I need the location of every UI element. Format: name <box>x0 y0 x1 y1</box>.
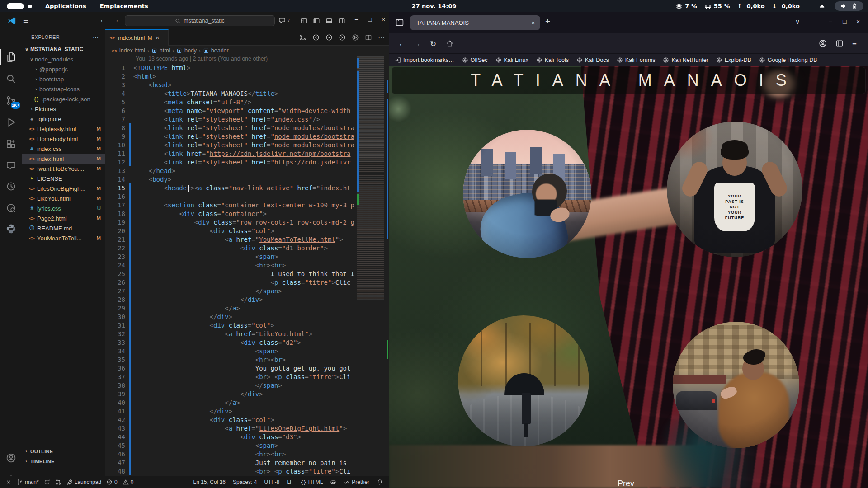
code-line[interactable]: 10 <link rel="stylesheet" href="node_mod… <box>105 141 389 149</box>
code-line[interactable]: 37 <br> <p class="titre">Cli <box>105 372 389 381</box>
forward-icon[interactable]: → <box>413 39 421 48</box>
search-view-icon[interactable] <box>6 74 16 84</box>
code-editor[interactable]: 1<!DOCTYPE html>2<html>3 <head>4 <title>… <box>105 63 389 476</box>
new-tab-button[interactable]: + <box>545 17 550 27</box>
bookmark-item[interactable]: Import bookmarks… <box>395 57 454 63</box>
eject-icon[interactable] <box>819 3 826 9</box>
prettier-status[interactable]: Prettier <box>344 479 369 485</box>
battery-icon[interactable] <box>851 3 858 9</box>
nav-forward-circle-icon[interactable] <box>339 34 346 41</box>
status-item[interactable]: LF <box>287 479 293 485</box>
code-line[interactable]: 22 <div class="d1 border"> <box>105 244 389 252</box>
tab-close-icon[interactable]: × <box>531 19 540 26</box>
timeline-view-icon[interactable] <box>6 181 16 192</box>
file-tree-item[interactable]: <>index.htmlM <box>22 154 105 164</box>
history-back-icon[interactable]: ← <box>99 16 107 24</box>
code-line[interactable]: 16 <box>105 192 389 201</box>
bookmark-item[interactable]: Exploit-DB <box>716 57 751 63</box>
extensions-view-icon[interactable] <box>6 139 16 149</box>
file-tree-item[interactable]: #lyrics.cssU <box>22 203 105 213</box>
menu-places[interactable]: Emplacements <box>100 3 148 9</box>
bookmark-item[interactable]: Kali Forums <box>617 57 656 63</box>
run-debug-view-icon[interactable] <box>6 117 16 127</box>
pr-status[interactable] <box>55 479 61 485</box>
gitlens-blame[interactable]: You, 13 seconds ago | 2 authors (You and… <box>136 56 268 63</box>
code-line[interactable]: 17 <section class="container text-center… <box>105 201 389 209</box>
warning-status[interactable]: 0 <box>123 479 134 485</box>
bookmark-item[interactable]: OffSec <box>462 57 488 63</box>
history-forward-icon[interactable]: → <box>112 16 119 24</box>
code-line[interactable]: 31 <div class="col"> <box>105 321 389 329</box>
code-line[interactable]: 43 <a href="LifesOneBigFight.html"> <box>105 424 389 432</box>
file-tree-item[interactable]: <>Helplessly.htmlM <box>22 124 105 134</box>
bookmark-item[interactable]: Kali Linux <box>495 57 528 63</box>
code-line[interactable]: 29 </a> <box>105 304 389 312</box>
minimize-button[interactable]: − <box>829 18 832 25</box>
status-item[interactable]: UTF-8 <box>264 479 279 485</box>
code-line[interactable]: 25 I used to think that I <box>105 269 389 278</box>
code-line[interactable]: 39 </div> <box>105 389 389 398</box>
bookmark-item[interactable]: Kali NetHunter <box>663 57 708 63</box>
code-line[interactable]: 5 <meta charset="utf-8"/> <box>105 98 389 106</box>
code-line[interactable]: 35 <hr><br> <box>105 355 389 364</box>
code-line[interactable]: 15 <header><a class="nav-link active" hr… <box>105 183 389 192</box>
file-tree-item[interactable]: ⚑LICENSE <box>22 174 105 183</box>
code-line[interactable]: 3 <head> <box>105 80 389 89</box>
remote-explorer-view-icon[interactable] <box>6 203 16 213</box>
timeline-section[interactable]: › TIMELINE <box>22 456 105 466</box>
file-tree-item[interactable]: ›Pictures <box>22 104 105 114</box>
maximize-button[interactable]: □ <box>843 18 846 25</box>
code-line[interactable]: 23 <span> <box>105 252 389 261</box>
bookmark-item[interactable]: Kali Tools <box>536 57 569 63</box>
sidebar-icon[interactable] <box>835 39 844 47</box>
code-line[interactable]: 20 <div class="col"> <box>105 226 389 235</box>
code-line[interactable]: 38 </span> <box>105 381 389 389</box>
remote-status[interactable] <box>5 479 12 485</box>
outline-section[interactable]: › OUTLINE <box>22 446 105 456</box>
bell-status[interactable] <box>377 479 383 485</box>
workspace-dot[interactable] <box>28 5 32 8</box>
menu-applications[interactable]: Applications <box>45 3 86 9</box>
code-line[interactable]: 40 </a> <box>105 398 389 407</box>
more-actions-icon[interactable]: ⋯ <box>93 34 105 41</box>
code-line[interactable]: 8 <link rel="stylesheet" href="node_modu… <box>105 123 389 132</box>
toggle-sidebar-icon[interactable] <box>313 17 320 24</box>
open-changes-icon[interactable] <box>299 34 307 41</box>
code-line[interactable]: 47 Just remember no pain is <box>105 458 389 467</box>
photo-circle-3[interactable] <box>458 315 589 446</box>
file-tree-item[interactable]: ⓘREADME.md <box>22 223 105 233</box>
breadcrumb-item[interactable]: body <box>184 47 197 54</box>
rocket-status[interactable]: Launchpad <box>66 479 101 485</box>
file-tree-item[interactable]: #index.cssM <box>22 144 105 154</box>
sync-status[interactable] <box>44 479 50 485</box>
file-tree-item[interactable]: ›bootstrap <box>22 74 105 84</box>
code-line[interactable]: 34 <span> <box>105 347 389 355</box>
more-actions-icon[interactable]: ⋯ <box>378 33 385 42</box>
code-line[interactable]: 13 </head> <box>105 166 389 175</box>
file-tree-item[interactable]: ∨node_modules <box>22 54 105 64</box>
code-line[interactable]: 12 <link rel="stylesheet" href="https://… <box>105 158 389 166</box>
code-line[interactable]: 30 </div> <box>105 312 389 321</box>
code-line[interactable]: 26 <p class="titre">Clic <box>105 278 389 286</box>
python-view-icon[interactable] <box>6 224 16 234</box>
split-editor-icon[interactable] <box>365 34 372 41</box>
minimap[interactable] <box>357 56 384 300</box>
code-line[interactable]: 7 <link rel="stylesheet" href="index.css… <box>105 115 389 123</box>
code-line[interactable]: 36 You gotta get up, you got <box>105 364 389 372</box>
status-item[interactable]: Ln 15, Col 16 <box>193 479 226 485</box>
code-line[interactable]: 41 </div> <box>105 407 389 415</box>
code-line[interactable]: 11 <link href="https://cdn.jsdelivr.net/… <box>105 149 389 158</box>
file-tree-item[interactable]: <>LifesOneBigFigh...M <box>22 183 105 193</box>
file-tree-item[interactable]: <>IwantItToBeYou....M <box>22 164 105 174</box>
code-line[interactable]: 14 <body> <box>105 175 389 183</box>
menu-icon[interactable]: ≡ <box>23 16 29 25</box>
braces-status[interactable]: {}HTML <box>300 479 323 485</box>
prev-link[interactable]: Prev <box>618 479 634 488</box>
code-line[interactable]: 2<html> <box>105 72 389 80</box>
breadcrumb-item[interactable]: header <box>211 47 229 54</box>
maximize-button[interactable]: □ <box>365 16 374 23</box>
branch-status[interactable]: main* <box>17 479 39 485</box>
code-line[interactable]: 48 <br> <p class="titre">Cli <box>105 467 389 475</box>
file-tree-item[interactable]: ◆.gitignore <box>22 114 105 124</box>
nav-current-circle-icon[interactable] <box>326 34 333 41</box>
